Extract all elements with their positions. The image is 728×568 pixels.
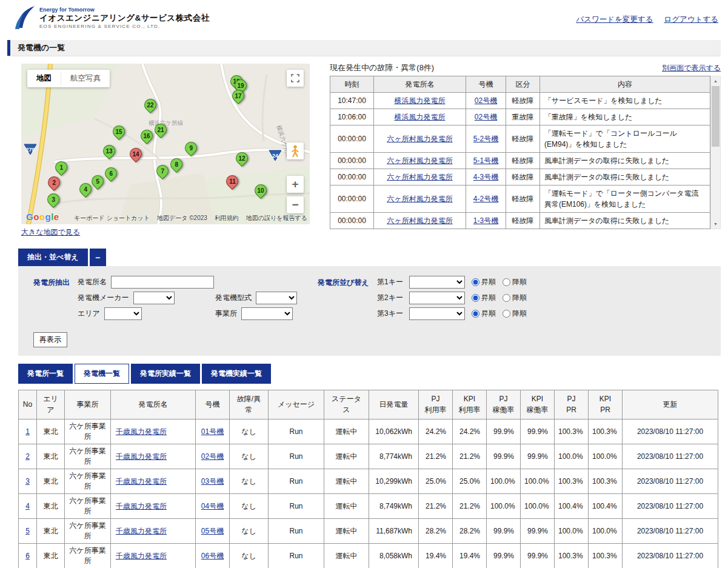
- unit-link[interactable]: 04号機: [201, 502, 224, 510]
- view-tab[interactable]: 発電所一覧: [18, 364, 73, 384]
- fault-unit-link[interactable]: 02号機: [475, 113, 497, 121]
- fault-unit-link[interactable]: 02号機: [475, 96, 497, 105]
- no-link[interactable]: 1: [25, 427, 30, 436]
- fullscreen-icon[interactable]: [287, 70, 304, 87]
- map-attribution-item[interactable]: 利用規約: [215, 214, 239, 222]
- model-select[interactable]: [256, 292, 297, 304]
- map-marker-pin[interactable]: 22: [142, 96, 159, 113]
- fault-row: 00:00:00六ヶ所村風力発電所1-3号機軽故障風車計測データの取得に失敗しま…: [330, 213, 710, 229]
- scroll-up-icon[interactable]: ▲: [711, 76, 720, 85]
- sort-key2-desc-radio[interactable]: [503, 294, 510, 302]
- fault-plant-link[interactable]: 六ヶ所村風力発電所: [387, 135, 452, 143]
- fault-time: 00:00:00: [330, 169, 374, 185]
- sort-key3-asc-radio[interactable]: [472, 310, 479, 318]
- no-link[interactable]: 6: [25, 552, 30, 560]
- unit-link[interactable]: 05号機: [201, 527, 224, 535]
- map-marker-pin[interactable]: 1: [53, 159, 70, 176]
- gen-cell-office: 六ケ所事業所: [65, 419, 111, 444]
- sort-key1-desc-radio[interactable]: [503, 278, 510, 286]
- unit-link[interactable]: 01号機: [201, 427, 224, 436]
- map-attribution-item[interactable]: キーボード ショートカット: [74, 214, 150, 222]
- no-link[interactable]: 3: [25, 477, 30, 486]
- map-marker-pin[interactable]: 2: [45, 174, 62, 191]
- unit-link[interactable]: 02号機: [201, 452, 224, 461]
- fault-plant-link[interactable]: 横浜風力発電所: [395, 96, 446, 105]
- fault-plant-link[interactable]: 横浜風力発電所: [395, 113, 446, 121]
- view-tab[interactable]: 発電所実績一覧: [131, 364, 200, 384]
- gen-cell-kpi-utilization: 21.2%: [453, 494, 487, 519]
- sort-key2-asc-radio[interactable]: [472, 294, 479, 302]
- no-link[interactable]: 5: [25, 527, 30, 535]
- fault-plant-link[interactable]: 六ヶ所村風力発電所: [387, 156, 452, 165]
- fault-scrollbar[interactable]: ▲ ▼: [710, 76, 721, 229]
- map-marker-pin[interactable]: 11: [224, 173, 241, 190]
- map-marker-pin[interactable]: 8: [168, 156, 185, 173]
- asc-label: 昇順: [481, 277, 496, 287]
- fault-table-body: 10:47:00横浜風力発電所02号機軽故障「サービスモード」を検知しました10…: [330, 93, 710, 229]
- plant-name-link[interactable]: 千歳風力発電所: [116, 427, 167, 436]
- desc-label: 降順: [512, 293, 527, 303]
- fault-plant-link[interactable]: 六ヶ所村風力発電所: [387, 195, 452, 203]
- fault-unit-link[interactable]: 1-3号機: [473, 216, 498, 225]
- map-marker-pin[interactable]: 14: [127, 145, 144, 162]
- map-attribution: キーボード ショートカット地図データ ©2023利用規約地図の誤りを報告する: [74, 214, 307, 222]
- sort-key1-select[interactable]: [409, 276, 465, 289]
- no-link[interactable]: 2: [25, 452, 30, 461]
- fault-plant-link[interactable]: 六ヶ所村風力発電所: [387, 216, 452, 225]
- sort-key1-asc-radio[interactable]: [472, 278, 479, 286]
- scrollbar-thumb[interactable]: [712, 86, 720, 147]
- map-marker-pin[interactable]: 13: [101, 142, 118, 159]
- fault-column-header: 区分: [506, 76, 540, 93]
- map-marker-pin[interactable]: 21: [152, 121, 169, 138]
- zoom-out-button[interactable]: −: [287, 196, 304, 213]
- plant-name-link[interactable]: 千歳風力発電所: [116, 477, 167, 486]
- area-select[interactable]: [104, 307, 142, 320]
- fault-category: 軽故障: [506, 169, 540, 185]
- zoom-in-button[interactable]: +: [287, 176, 304, 193]
- sort-key3-desc-radio[interactable]: [503, 310, 510, 318]
- sort-key2-select[interactable]: [409, 292, 465, 304]
- fault-unit-link[interactable]: 5-2号機: [473, 135, 498, 143]
- asc-label: 昇順: [481, 293, 496, 303]
- change-password-link[interactable]: パスワードを変更する: [576, 15, 653, 25]
- no-link[interactable]: 4: [25, 502, 30, 510]
- plant-name-input[interactable]: [111, 276, 214, 289]
- map-marker-pin[interactable]: 7: [154, 162, 171, 179]
- logout-link[interactable]: ログアウトする: [664, 15, 718, 25]
- map-type-map-button[interactable]: 地図: [27, 70, 61, 87]
- redisplay-button[interactable]: 再表示: [33, 332, 67, 347]
- large-map-link[interactable]: 大きな地図で見る: [21, 227, 80, 238]
- map-marker-pin[interactable]: 6: [102, 165, 119, 182]
- plant-name-link[interactable]: 千歳風力発電所: [116, 502, 167, 510]
- map-type-satellite-button[interactable]: 航空写真: [61, 70, 110, 87]
- company-name-jp: イオスエンジニアリング&サービス株式会社: [39, 13, 210, 24]
- filter-sort-header-button[interactable]: 抽出・並べ替え: [18, 249, 88, 266]
- fault-unit-link[interactable]: 5-1号機: [473, 156, 498, 165]
- gen-cell-updated: 2023/08/10 11:27:00: [623, 419, 718, 444]
- plant-name-link[interactable]: 千歳風力発電所: [116, 527, 167, 535]
- office-select[interactable]: [241, 307, 293, 320]
- fault-plant-link[interactable]: 六ヶ所村風力発電所: [387, 173, 452, 181]
- map-attribution-item[interactable]: 地図の誤りを報告する: [246, 214, 307, 222]
- unit-link[interactable]: 03号機: [201, 477, 224, 486]
- view-tab[interactable]: 発電機実績一覧: [202, 364, 271, 384]
- map-marker-pin[interactable]: 3: [45, 191, 62, 208]
- map-marker-pin[interactable]: 12: [233, 150, 250, 167]
- scroll-down-icon[interactable]: ▼: [711, 219, 720, 229]
- plant-name-link[interactable]: 千歳風力発電所: [116, 452, 167, 461]
- collapse-filter-button[interactable]: −: [90, 249, 106, 266]
- fault-unit-link[interactable]: 4-2号機: [473, 195, 498, 203]
- map-marker-pin[interactable]: 15: [110, 123, 127, 140]
- unit-link[interactable]: 06号機: [201, 552, 224, 560]
- view-tab[interactable]: 発電機一覧: [75, 364, 129, 384]
- google-map[interactable]: 279 24 横浜六ケ所線 横浜六ケ所線 1234567891011121314…: [21, 64, 310, 224]
- plant-name-link[interactable]: 千歳風力発電所: [116, 552, 167, 560]
- maker-select[interactable]: [133, 292, 175, 304]
- map-marker-pin[interactable]: 16: [138, 127, 155, 144]
- pegman-icon[interactable]: [287, 142, 304, 159]
- sort-key3-select[interactable]: [409, 307, 465, 320]
- fault-unit-link[interactable]: 4-3号機: [473, 173, 498, 181]
- open-separate-window-link[interactable]: 別画面で表示する: [662, 63, 721, 73]
- map-marker-pin[interactable]: 10: [252, 182, 269, 199]
- map-marker-pin[interactable]: 9: [182, 139, 199, 156]
